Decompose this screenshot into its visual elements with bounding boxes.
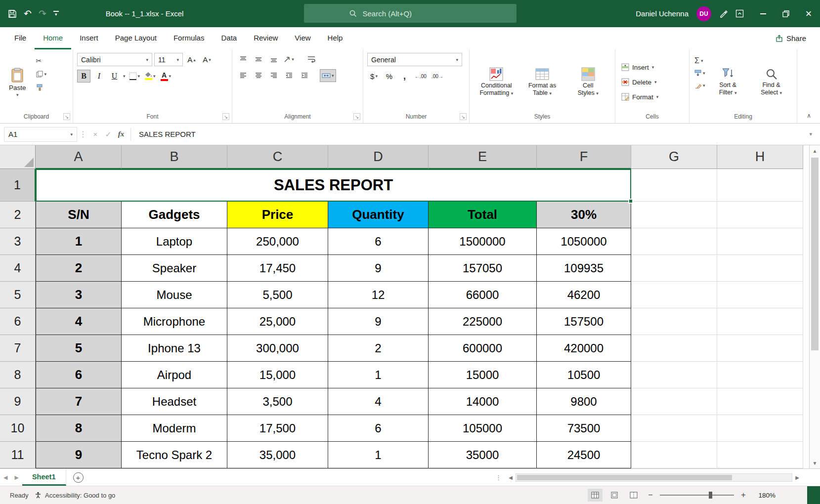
- collapse-ribbon-button[interactable]: ∧: [807, 112, 811, 119]
- empty-cell[interactable]: [717, 335, 803, 362]
- data-cell[interactable]: Speaker: [122, 255, 227, 282]
- data-cell[interactable]: 225000: [429, 308, 537, 335]
- clear-button[interactable]: ▾: [694, 81, 705, 90]
- data-cell[interactable]: Mouse: [122, 282, 227, 308]
- data-cell[interactable]: 1050000: [537, 228, 631, 255]
- scroll-left-button[interactable]: ◀: [506, 475, 516, 480]
- select-all-button[interactable]: [0, 145, 36, 169]
- insert-cells-button[interactable]: Insert ▾: [619, 61, 685, 74]
- number-format-select[interactable]: General▾: [367, 53, 462, 66]
- column-header-h[interactable]: H: [717, 145, 803, 169]
- data-cell[interactable]: Iphone 13: [122, 335, 227, 362]
- merged-title-cell[interactable]: SALES REPORT: [36, 169, 631, 202]
- decrease-decimal-button[interactable]: .00→: [430, 70, 445, 83]
- data-cell[interactable]: 6: [36, 362, 122, 388]
- data-cell[interactable]: Tecno Spark 2: [122, 442, 227, 468]
- data-cell[interactable]: 9800: [537, 388, 631, 415]
- row-header-1[interactable]: 1: [0, 169, 36, 202]
- bold-button[interactable]: B: [77, 70, 90, 83]
- horizontal-scroll-track[interactable]: [516, 473, 792, 482]
- data-cell[interactable]: Laptop: [122, 228, 227, 255]
- align-bottom-button[interactable]: [267, 53, 280, 66]
- data-cell[interactable]: 17,450: [227, 255, 328, 282]
- name-box-dropdown-icon[interactable]: ▾: [70, 132, 73, 136]
- align-center-button[interactable]: [252, 69, 265, 82]
- data-cell[interactable]: 6: [328, 415, 429, 442]
- empty-cell[interactable]: [631, 255, 717, 282]
- row-header-11[interactable]: 11: [0, 442, 36, 468]
- column-header-a[interactable]: A: [36, 145, 122, 169]
- decrease-indent-button[interactable]: [282, 69, 296, 82]
- table-header-cell[interactable]: Gadgets: [122, 202, 227, 228]
- page-break-preview-button[interactable]: [626, 489, 641, 502]
- data-cell[interactable]: 157500: [537, 308, 631, 335]
- data-cell[interactable]: 3: [36, 282, 122, 308]
- data-cell[interactable]: 6: [328, 228, 429, 255]
- empty-cell[interactable]: [717, 202, 803, 228]
- sort-filter-button[interactable]: Sort &Filter ▾: [707, 53, 749, 111]
- data-cell[interactable]: 1500000: [429, 228, 537, 255]
- row-header-10[interactable]: 10: [0, 415, 36, 442]
- align-right-button[interactable]: [267, 69, 280, 82]
- row-header-5[interactable]: 5: [0, 282, 36, 308]
- table-header-cell[interactable]: 30%: [537, 202, 631, 228]
- data-cell[interactable]: 15,000: [227, 362, 328, 388]
- number-dialog-launcher[interactable]: ↘: [460, 113, 467, 120]
- data-cell[interactable]: 35,000: [227, 442, 328, 468]
- data-cell[interactable]: 1: [328, 362, 429, 388]
- data-cell[interactable]: 8: [36, 415, 122, 442]
- data-cell[interactable]: 9: [36, 442, 122, 468]
- data-cell[interactable]: 3,500: [227, 388, 328, 415]
- fill-color-button[interactable]: ▾: [143, 70, 157, 83]
- wrap-text-button[interactable]: [304, 53, 318, 66]
- avatar[interactable]: DU: [696, 6, 711, 21]
- data-cell[interactable]: 15000: [429, 362, 537, 388]
- editing-pen-button[interactable]: [719, 9, 728, 18]
- paste-button[interactable]: Paste ▾: [4, 53, 31, 111]
- zoom-level[interactable]: 180%: [753, 492, 776, 499]
- increase-decimal-button[interactable]: ←.00: [413, 70, 428, 83]
- empty-cell[interactable]: [717, 415, 803, 442]
- underline-button[interactable]: U: [108, 70, 121, 83]
- clipboard-dialog-launcher[interactable]: ↘: [63, 113, 70, 120]
- data-cell[interactable]: 24500: [537, 442, 631, 468]
- page-layout-view-button[interactable]: [607, 489, 622, 502]
- save-button[interactable]: [8, 9, 17, 18]
- empty-cell[interactable]: [717, 308, 803, 335]
- percent-style-button[interactable]: %: [383, 70, 396, 83]
- formula-cancel-button[interactable]: ×: [89, 127, 102, 141]
- search-input[interactable]: [363, 9, 472, 18]
- data-cell[interactable]: 10500: [537, 362, 631, 388]
- vertical-scroll-thumb[interactable]: [811, 158, 819, 350]
- empty-cell[interactable]: [631, 169, 717, 202]
- delete-cells-button[interactable]: Delete ▾: [619, 76, 685, 88]
- data-cell[interactable]: 46200: [537, 282, 631, 308]
- row-header-7[interactable]: 7: [0, 335, 36, 362]
- undo-button[interactable]: ↶: [24, 8, 32, 19]
- font-name-select[interactable]: Calibri▾: [77, 53, 152, 66]
- column-header-c[interactable]: C: [227, 145, 328, 169]
- empty-cell[interactable]: [717, 255, 803, 282]
- italic-button[interactable]: I: [92, 70, 106, 83]
- empty-cell[interactable]: [717, 169, 803, 202]
- scroll-right-button[interactable]: ▶: [792, 475, 802, 480]
- data-cell[interactable]: 73500: [537, 415, 631, 442]
- share-button[interactable]: Share: [776, 27, 806, 49]
- data-cell[interactable]: Moderm: [122, 415, 227, 442]
- column-header-e[interactable]: E: [429, 145, 537, 169]
- data-cell[interactable]: 35000: [429, 442, 537, 468]
- tab-review[interactable]: Review: [245, 27, 286, 49]
- tab-insert[interactable]: Insert: [71, 27, 107, 49]
- row-header-8[interactable]: 8: [0, 362, 36, 388]
- data-cell[interactable]: 105000: [429, 415, 537, 442]
- font-dialog-launcher[interactable]: ↘: [222, 113, 229, 120]
- data-cell[interactable]: 9: [328, 255, 429, 282]
- expand-formula-bar-button[interactable]: ▾: [809, 131, 816, 137]
- tab-formulas[interactable]: Formulas: [165, 27, 213, 49]
- alignment-dialog-launcher[interactable]: ↘: [353, 113, 360, 120]
- row-header-6[interactable]: 6: [0, 308, 36, 335]
- empty-cell[interactable]: [717, 282, 803, 308]
- merge-and-center-button[interactable]: ▾: [320, 69, 336, 82]
- tab-help[interactable]: Help: [319, 27, 351, 49]
- tab-view[interactable]: View: [286, 27, 319, 49]
